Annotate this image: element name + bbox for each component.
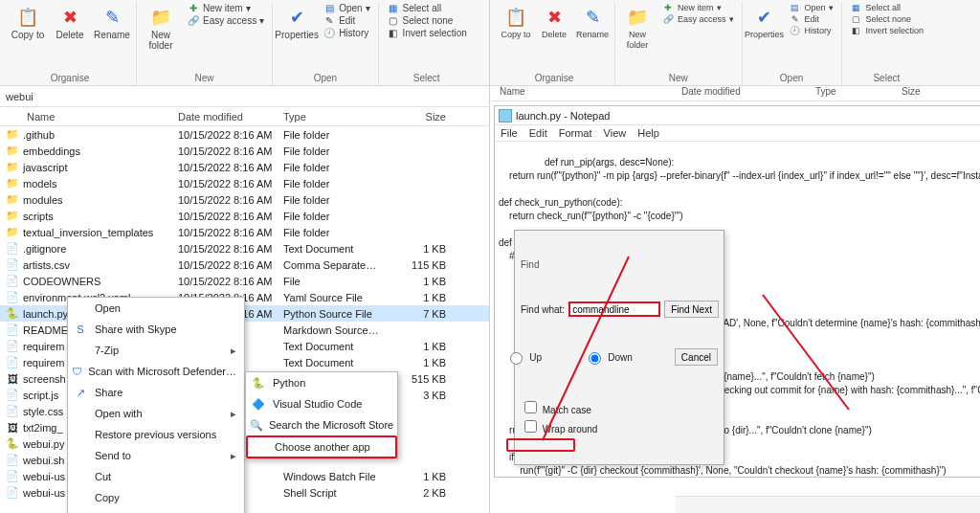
breadcrumb[interactable]: webui bbox=[0, 86, 489, 107]
col-type[interactable]: Type bbox=[806, 86, 892, 100]
history-button[interactable]: 🕘History bbox=[321, 27, 371, 39]
group-label: New bbox=[621, 72, 736, 85]
group-label: Open bbox=[278, 72, 371, 85]
find-what-label: Find what: bbox=[521, 303, 565, 316]
delete-button[interactable]: ✖Delete bbox=[52, 2, 88, 40]
dir-down-radio[interactable] bbox=[589, 352, 601, 365]
np-menu-item[interactable]: Format bbox=[559, 127, 592, 139]
match-case-checkbox[interactable]: Match case bbox=[521, 398, 718, 416]
easy-access-button[interactable]: 🔗Easy access ▾ bbox=[659, 13, 736, 25]
np-menu-item[interactable]: Help bbox=[637, 127, 659, 139]
file-row[interactable]: 📁javascript10/15/2022 8:16 AMFile folder bbox=[0, 159, 489, 175]
context-menu: OpenSShare with Skype7-Zip▸🛡Scan with Mi… bbox=[67, 297, 245, 513]
col-name[interactable]: Name bbox=[6, 107, 178, 125]
cancel-button[interactable]: Cancel bbox=[675, 348, 718, 366]
file-row[interactable]: 📄.gitignore10/15/2022 8:16 AMText Docume… bbox=[0, 240, 489, 256]
ribbon: 📋Copy to ✖Delete ✎Rename Organise 📁New f… bbox=[0, 0, 489, 86]
group-label: New bbox=[143, 72, 266, 85]
column-headers[interactable]: Name Date modified Type Size bbox=[490, 86, 980, 101]
np-menu-item[interactable]: Edit bbox=[529, 127, 547, 139]
file-row[interactable]: 📁.github10/15/2022 8:16 AMFile folder bbox=[0, 126, 489, 143]
file-row[interactable]: 📄CODEOWNERS10/15/2022 8:16 AMFile1 KB bbox=[0, 273, 489, 289]
column-headers[interactable]: Name Date modified Type Size bbox=[0, 107, 489, 126]
new-folder-button[interactable]: 📁New folder bbox=[143, 2, 179, 51]
file-row[interactable]: 📁modules10/15/2022 8:16 AMFile folder bbox=[0, 191, 489, 208]
col-type[interactable]: Type bbox=[283, 107, 398, 125]
notepad-window: launch.py - Notepad FileEditFormatViewHe… bbox=[494, 105, 980, 478]
file-row[interactable]: 📁models10/15/2022 8:16 AMFile folder bbox=[0, 175, 489, 191]
annotation-highlight bbox=[506, 438, 575, 452]
menu-item[interactable]: SShare with Skype bbox=[68, 319, 244, 340]
ribbon: 📋Copy to ✖Delete ✎Rename Organise 📁New f… bbox=[490, 0, 980, 86]
menu-item[interactable]: Open with▸ bbox=[68, 403, 244, 424]
col-date[interactable]: Date modified bbox=[178, 107, 283, 125]
open-button[interactable]: ▤Open ▾ bbox=[787, 2, 835, 13]
group-label: Open bbox=[748, 72, 835, 85]
col-size[interactable]: Size bbox=[398, 107, 446, 125]
menu-item[interactable]: 🔷Visual Studio Code bbox=[246, 393, 397, 414]
menu-item[interactable]: Cut bbox=[68, 466, 244, 487]
edit-button[interactable]: ✎Edit bbox=[321, 14, 371, 27]
delete-button[interactable]: ✖Delete bbox=[538, 2, 570, 40]
select-none-button[interactable]: ▢Select none bbox=[848, 13, 926, 25]
properties-button[interactable]: ✔Properties bbox=[278, 2, 315, 40]
new-folder-button[interactable]: 📁New folder bbox=[621, 2, 654, 51]
menu-item[interactable]: Choose another app bbox=[246, 435, 397, 458]
rename-button[interactable]: ✎Rename bbox=[94, 2, 130, 40]
menu-item[interactable]: Open bbox=[68, 298, 244, 319]
copy-to-button[interactable]: 📋Copy to bbox=[500, 2, 532, 40]
menu-item[interactable]: 🔍Search the Microsoft Store bbox=[246, 414, 397, 435]
invert-selection-button[interactable]: ◧Invert selection bbox=[385, 27, 469, 39]
menu-item[interactable]: 7-Zip▸ bbox=[68, 340, 244, 361]
col-name[interactable]: Name bbox=[490, 86, 672, 100]
col-date[interactable]: Date modified bbox=[672, 86, 806, 100]
up-label: Up bbox=[529, 351, 542, 364]
np-menu-item[interactable]: View bbox=[604, 127, 627, 139]
col-size[interactable]: Size bbox=[892, 86, 949, 100]
np-menu-item[interactable]: File bbox=[501, 127, 518, 139]
group-label: Organise bbox=[500, 72, 609, 85]
new-item-button[interactable]: ✚New item ▾ bbox=[659, 2, 736, 13]
menu-item[interactable]: Send to▸ bbox=[68, 445, 244, 466]
find-title: Find bbox=[515, 256, 724, 274]
menu-item[interactable]: ↗Share bbox=[68, 382, 244, 403]
notepad-text[interactable]: def run_pip(args, desc=None): return run… bbox=[495, 142, 980, 477]
explorer-right: 📋Copy to ✖Delete ✎Rename Organise 📁New f… bbox=[490, 0, 980, 513]
notepad-statusbar: Ln 92, Col 60 bbox=[676, 496, 980, 513]
properties-button[interactable]: ✔Properties bbox=[748, 2, 781, 40]
dir-up-radio[interactable] bbox=[510, 352, 523, 365]
group-label: Organise bbox=[10, 72, 130, 85]
file-row[interactable]: 📁embeddings10/15/2022 8:16 AMFile folder bbox=[0, 143, 489, 159]
find-dialog: Find Find what: Find Next Direction Up D… bbox=[514, 230, 724, 465]
notepad-titlebar[interactable]: launch.py - Notepad bbox=[495, 106, 980, 125]
notepad-menubar[interactable]: FileEditFormatViewHelp bbox=[495, 125, 980, 142]
select-all-button[interactable]: ▦Select all bbox=[848, 2, 926, 13]
wrap-around-checkbox[interactable]: Wrap around bbox=[521, 417, 718, 435]
invert-selection-button[interactable]: ◧Invert selection bbox=[848, 25, 926, 36]
menu-item[interactable]: 🛡Scan with Microsoft Defender… bbox=[68, 361, 244, 382]
edit-button[interactable]: ✎Edit bbox=[787, 13, 835, 25]
easy-access-button[interactable]: 🔗Easy access ▾ bbox=[185, 14, 266, 27]
group-label: Select bbox=[385, 72, 469, 85]
select-none-button[interactable]: ▢Select none bbox=[385, 14, 469, 27]
menu-item[interactable]: Create shortcut bbox=[68, 508, 244, 513]
group-label: Select bbox=[848, 72, 926, 85]
file-row[interactable]: 📁scripts10/15/2022 8:16 AMFile folder bbox=[0, 208, 489, 224]
notepad-title: launch.py - Notepad bbox=[516, 110, 610, 122]
menu-item[interactable]: Copy bbox=[68, 487, 244, 508]
select-all-button[interactable]: ▦Select all bbox=[385, 2, 469, 14]
file-row[interactable]: 📄artists.csv10/15/2022 8:16 AMComma Sepa… bbox=[0, 256, 489, 273]
find-input[interactable] bbox=[568, 301, 660, 317]
rename-button[interactable]: ✎Rename bbox=[576, 2, 609, 40]
file-row[interactable]: 📁textual_inversion_templates10/15/2022 8… bbox=[0, 224, 489, 240]
menu-item[interactable]: Restore previous versions bbox=[68, 424, 244, 445]
history-button[interactable]: 🕘History bbox=[787, 25, 835, 36]
open-button[interactable]: ▤Open ▾ bbox=[321, 2, 371, 14]
explorer-left: 📋Copy to ✖Delete ✎Rename Organise 📁New f… bbox=[0, 0, 490, 513]
new-item-button[interactable]: ✚New item ▾ bbox=[185, 2, 266, 14]
copy-to-button[interactable]: 📋Copy to bbox=[10, 2, 46, 40]
openwith-submenu: 🐍Python🔷Visual Studio Code🔍Search the Mi… bbox=[245, 371, 398, 459]
notepad-icon bbox=[499, 109, 512, 123]
find-next-button[interactable]: Find Next bbox=[664, 301, 719, 318]
menu-item[interactable]: 🐍Python bbox=[246, 372, 397, 393]
